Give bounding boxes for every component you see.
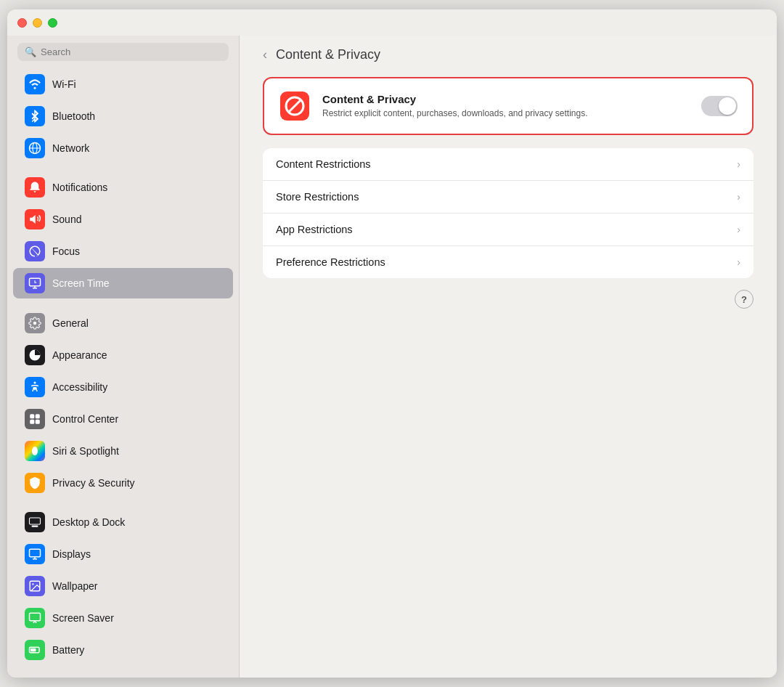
sidebar-item-battery[interactable]: Battery [13,635,233,665]
svg-rect-25 [30,613,41,621]
main-content: ‹ Content & Privacy Co [240,36,777,678]
screensaver-icon [25,608,45,628]
screentime-icon [25,273,45,293]
wifi-icon [25,74,45,94]
sidebar-item-screentime[interactable]: Screen Time [13,268,233,298]
sidebar-item-label-bluetooth: Bluetooth [52,110,95,122]
svg-rect-27 [30,649,36,652]
cp-text: Content & Privacy Restrict explicit cont… [322,93,690,120]
sidebar-item-appearance[interactable]: Appearance [13,340,233,370]
sidebar-item-controlcenter[interactable]: Control Center [13,404,233,434]
close-button[interactable] [17,18,27,28]
sidebar-separator-2 [7,299,239,306]
store-restrictions-row[interactable]: Store Restrictions › [263,181,754,214]
sidebar-item-network[interactable]: Network [13,133,233,163]
help-button[interactable]: ? [735,290,754,309]
search-input[interactable] [41,46,221,57]
privacy-icon [25,473,45,493]
network-icon [25,138,45,158]
content-restrictions-label: Content Restrictions [276,158,371,170]
sidebar-item-label-controlcenter: Control Center [52,413,118,425]
sidebar-item-bluetooth[interactable]: Bluetooth [13,101,233,131]
sidebar-separator-1 [7,164,239,171]
minimize-button[interactable] [33,18,42,28]
main-header: ‹ Content & Privacy [240,36,777,71]
system-preferences-window: 🔍 Wi-Fi [7,9,777,678]
preference-restrictions-row[interactable]: Preference Restrictions › [263,246,754,278]
sidebar-item-label-network: Network [52,142,89,154]
sidebar-item-label-privacy: Privacy & Security [52,477,135,489]
desktopanddock-icon [25,512,45,532]
sidebar-item-label-screentime: Screen Time [52,277,110,289]
sidebar-item-label-general: General [52,317,89,329]
sidebar-item-focus[interactable]: Focus [13,236,233,267]
sidebar-item-label-appearance: Appearance [52,349,107,361]
main-body: Content & Privacy Restrict explicit cont… [240,71,777,326]
controlcenter-icon [25,409,45,429]
sidebar-item-label-siri: Siri & Spotlight [52,445,119,457]
sidebar-separator-3 [7,499,239,506]
focus-icon [25,241,45,261]
sound-icon [25,209,45,229]
content-restrictions-chevron: › [737,158,740,170]
sidebar-item-displays[interactable]: Displays [13,539,233,569]
appearance-icon [25,345,45,365]
sidebar-item-desktopanddock[interactable]: Desktop & Dock [13,507,233,537]
preference-restrictions-chevron: › [737,256,740,268]
titlebar [7,9,777,36]
svg-rect-13 [30,414,34,418]
notifications-icon [25,177,45,198]
sidebar-item-label-focus: Focus [52,245,80,257]
wallpaper-icon [25,576,45,596]
app-restrictions-row[interactable]: App Restrictions › [263,214,754,246]
search-bar[interactable]: 🔍 [17,43,229,61]
sidebar-item-privacy[interactable]: Privacy & Security [13,468,233,498]
search-icon: 🔍 [25,46,36,57]
sidebar: 🔍 Wi-Fi [7,36,240,678]
svg-point-10 [33,321,37,325]
sidebar-item-siri[interactable]: Siri & Spotlight [13,436,233,466]
content-privacy-toggle[interactable] [701,96,738,116]
sidebar-item-label-wifi: Wi-Fi [52,78,76,90]
sidebar-item-label-accessibility: Accessibility [52,381,107,393]
store-restrictions-label: Store Restrictions [276,191,359,203]
sidebar-item-label-battery: Battery [52,644,84,656]
sidebar-item-label-sound: Sound [52,214,81,225]
siri-icon [25,441,45,461]
restrictions-group: Content Restrictions › Store Restriction… [263,148,754,278]
sidebar-item-label-screensaver: Screen Saver [52,612,114,624]
content-area: 🔍 Wi-Fi [7,36,777,678]
svg-point-24 [32,583,33,585]
svg-rect-16 [36,419,40,423]
store-restrictions-chevron: › [737,191,740,203]
content-privacy-card: Content & Privacy Restrict explicit cont… [263,77,754,135]
accessibility-icon [25,377,45,397]
back-button[interactable]: ‹ [260,46,270,64]
svg-rect-19 [32,525,38,527]
displays-icon [25,544,45,564]
svg-point-17 [32,447,38,455]
sidebar-item-general[interactable]: General [13,308,233,338]
sidebar-item-notifications[interactable]: Notifications [13,172,233,203]
svg-marker-6 [30,215,36,224]
sidebar-item-screensaver[interactable]: Screen Saver [13,603,233,633]
svg-rect-20 [30,549,41,557]
sidebar-item-wallpaper[interactable]: Wallpaper [13,571,233,601]
sidebar-item-accessibility[interactable]: Accessibility [13,372,233,402]
sidebar-item-label-wallpaper: Wallpaper [52,580,98,592]
sidebar-item-label-displays: Displays [52,548,91,560]
app-restrictions-label: App Restrictions [276,224,353,235]
svg-rect-15 [30,419,34,423]
bluetooth-icon [25,106,45,126]
page-title: Content & Privacy [276,47,380,62]
sidebar-item-label-notifications: Notifications [52,182,107,193]
maximize-button[interactable] [48,18,57,28]
sidebar-item-wifi[interactable]: Wi-Fi [13,69,233,99]
battery-icon [25,640,45,660]
svg-point-0 [34,87,36,89]
cp-card-description: Restrict explicit content, purchases, do… [322,107,690,120]
sidebar-item-sound[interactable]: Sound [13,204,233,235]
content-restrictions-row[interactable]: Content Restrictions › [263,148,754,181]
content-privacy-icon [279,90,311,122]
cp-card-title: Content & Privacy [322,93,690,105]
